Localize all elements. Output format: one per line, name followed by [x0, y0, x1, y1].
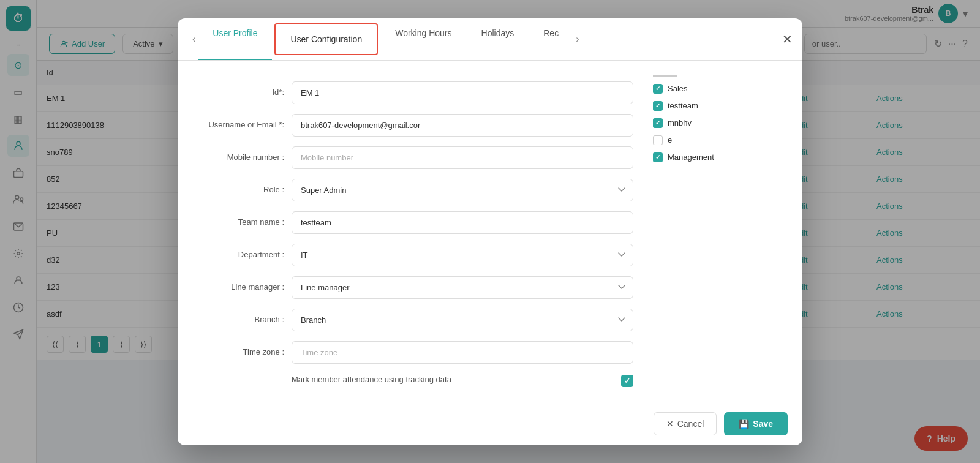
checkbox-label: e: [668, 135, 672, 145]
user-config-modal: ‹ User Profile User Configuration Workin…: [178, 18, 802, 445]
role-row: Role : Super Admin: [192, 179, 633, 201]
timezone-row: Time zone :: [192, 341, 633, 364]
username-input[interactable]: [292, 114, 633, 137]
username-row: Username or Email *:: [192, 114, 633, 137]
checkbox-management[interactable]: [653, 152, 663, 162]
tab-nav-right[interactable]: ›: [573, 34, 581, 45]
id-row: Id*:: [192, 81, 633, 104]
team-field: [292, 211, 633, 234]
modal-tabs: User Profile User Configuration Working …: [198, 18, 573, 60]
attendance-label-spacer: [192, 374, 284, 380]
checkbox-item: Sales: [653, 84, 788, 94]
line-manager-field: Line manager: [292, 276, 633, 299]
tab-working-hours[interactable]: Working Hours: [380, 18, 466, 60]
mobile-row: Mobile number :: [192, 146, 633, 169]
save-button[interactable]: 💾 Save: [724, 412, 788, 435]
modal-footer: ✕ Cancel 💾 Save: [178, 402, 802, 445]
checkbox-sales[interactable]: [653, 84, 663, 94]
team-label: Team name :: [192, 211, 284, 227]
branch-row: Branch : Branch: [192, 309, 633, 331]
checkbox-label: Management: [668, 152, 714, 162]
department-select[interactable]: IT: [292, 244, 633, 266]
tab-next-icon[interactable]: ›: [576, 34, 579, 45]
username-field: [292, 114, 633, 137]
app-container: ⏱ ·· ⊙ ▭ ▦: [0, 0, 980, 463]
tab-holidays[interactable]: Holidays: [467, 18, 529, 60]
checkbox-label: mnbhv: [668, 118, 692, 127]
save-icon: 💾: [739, 419, 749, 429]
attendance-label: Mark member attendance using tracking da…: [292, 374, 614, 386]
tab-rec[interactable]: Rec: [529, 18, 573, 60]
tab-prev-icon[interactable]: ‹: [192, 34, 195, 45]
id-input[interactable]: [292, 81, 633, 104]
mobile-field: [292, 146, 633, 169]
line-manager-label: Line manager :: [192, 276, 284, 292]
mobile-input[interactable]: [292, 146, 633, 169]
checkbox-item: e: [653, 135, 788, 145]
cancel-icon: ✕: [666, 419, 674, 429]
branch-select[interactable]: Branch: [292, 309, 633, 331]
role-label: Role :: [192, 179, 284, 194]
team-row: Team name :: [192, 211, 633, 234]
checkbox-testteam[interactable]: [653, 101, 663, 111]
tab-rec-label: Rec: [543, 28, 559, 38]
checkbox-label: Sales: [668, 84, 688, 93]
role-field: Super Admin: [292, 179, 633, 201]
checkbox-mnbhv[interactable]: [653, 118, 663, 128]
save-label: Save: [753, 419, 773, 429]
branch-label: Branch :: [192, 309, 284, 324]
timezone-label: Time zone :: [192, 341, 284, 356]
branch-field: Branch: [292, 309, 633, 331]
username-label: Username or Email *:: [192, 114, 284, 129]
timezone-field: [292, 341, 633, 364]
cancel-label: Cancel: [677, 419, 704, 429]
modal-header: ‹ User Profile User Configuration Workin…: [178, 18, 802, 61]
timezone-input[interactable]: [292, 341, 633, 364]
tab-nav-left[interactable]: ‹: [190, 34, 198, 45]
tab-user-configuration-label: User Configuration: [290, 34, 362, 44]
attendance-checkbox[interactable]: [621, 375, 633, 387]
line-manager-row: Line manager : Line manager: [192, 276, 633, 299]
tab-working-hours-label: Working Hours: [395, 28, 451, 38]
attendance-row: Mark member attendance using tracking da…: [192, 374, 633, 387]
tab-holidays-label: Holidays: [481, 28, 514, 38]
tab-user-profile-label: User Profile: [213, 28, 257, 38]
cancel-button[interactable]: ✕ Cancel: [654, 412, 717, 435]
tab-user-profile[interactable]: User Profile: [198, 18, 272, 60]
team-input[interactable]: [292, 211, 633, 234]
role-select[interactable]: Super Admin: [292, 179, 633, 201]
department-row: Department : IT: [192, 244, 633, 266]
checkbox-item: Management: [653, 152, 788, 162]
id-field: [292, 81, 633, 104]
line-manager-select[interactable]: Line manager: [292, 276, 633, 299]
checkbox-list: Sales testteam mnbhv e Management: [653, 84, 788, 162]
modal-checkboxes: Sales testteam mnbhv e Management: [653, 75, 788, 387]
modal-body: Id*: Username or Email *:: [178, 61, 802, 402]
modal-form: Id*: Username or Email *:: [192, 75, 633, 387]
checkbox-item: mnbhv: [653, 118, 788, 128]
modal-overlay: ‹ User Profile User Configuration Workin…: [0, 0, 980, 463]
checkbox-e[interactable]: [653, 135, 663, 145]
department-label: Department :: [192, 244, 284, 259]
mobile-label: Mobile number :: [192, 146, 284, 162]
tab-user-configuration[interactable]: User Configuration: [274, 23, 378, 55]
checkbox-item: testteam: [653, 101, 788, 111]
checkbox-label: testteam: [668, 101, 698, 110]
modal-close-button[interactable]: ✕: [782, 33, 793, 45]
department-field: IT: [292, 244, 633, 266]
id-label: Id*:: [192, 81, 284, 97]
